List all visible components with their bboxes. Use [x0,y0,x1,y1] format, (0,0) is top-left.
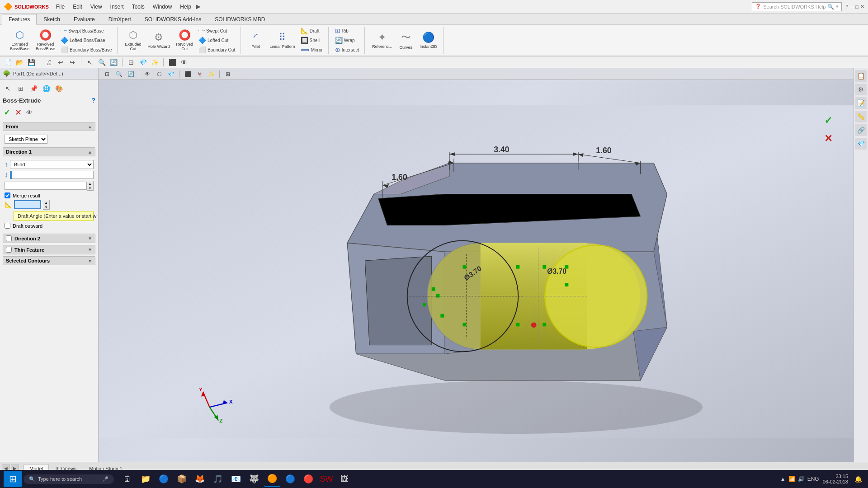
revolved-cut-btn[interactable]: ⭕ Revolved Cut [174,28,196,52]
menu-file[interactable]: File [52,3,68,11]
from-section-header[interactable]: From ▲ [3,122,95,131]
extruded-boss-btn[interactable]: ⬡ Extruded Boss/Base [7,28,32,52]
menu-edit[interactable]: Edit [69,3,86,11]
direction2-checkbox[interactable] [6,235,12,241]
new-btn[interactable]: 📄 [3,57,13,67]
vp-wireframe-btn[interactable]: ⬡ [154,70,164,79]
instant3d-btn[interactable]: 🔵 Instant3D [417,31,440,50]
depth-spin-up[interactable]: ▲ [87,181,93,186]
render-btn[interactable]: ✨ [150,57,160,67]
chrome-btn[interactable]: 🟠 [264,471,280,487]
panel-cancel-btn[interactable]: ✕ [14,107,23,118]
notification-btn[interactable]: 🔔 [852,473,864,485]
curves-btn[interactable]: 〜 Curves [396,30,416,51]
direction1-section-header[interactable]: Direction 1 ▲ [3,147,95,156]
draft-outward-checkbox[interactable] [5,223,10,229]
boundary-boss-btn[interactable]: ⬜ Boundary Boss/Base [59,45,113,54]
selected-contours-section-header[interactable]: Selected Contours ▼ [3,256,95,265]
file-explorer-btn[interactable]: 📁 [137,471,154,487]
vp-section-btn[interactable]: ⬛ [183,70,193,79]
rp-config-btn[interactable]: ⚙ [855,84,867,95]
extruded-cut-btn[interactable]: ⬡ Extruded Cut [122,28,144,52]
fillet-btn[interactable]: ◜ Fillet [245,31,266,50]
depth-value-input[interactable]: 7.50cm [5,182,87,190]
revolved-boss-btn[interactable]: ⭕ Revolved Boss/Base [33,28,58,52]
app3-btn[interactable]: 🔴 [300,471,316,487]
tab-sketch[interactable]: Sketch [37,14,67,24]
app1-btn[interactable]: 🐺 [246,471,262,487]
mail-btn[interactable]: 📧 [228,471,244,487]
rp-dim-btn[interactable]: 📏 [855,111,867,122]
rp-ref-btn[interactable]: 🔗 [855,124,867,136]
from-select[interactable]: Sketch Plane [5,135,47,144]
app2-btn[interactable]: 🔵 [282,471,298,487]
menu-insert[interactable]: Insert [107,3,127,11]
music-btn[interactable]: 🎵 [210,471,226,487]
display-btn[interactable]: 💎 [138,57,148,67]
draft-angle-input[interactable]: 1.00deg [14,200,41,209]
draft-angle-spin-down[interactable]: ▼ [43,205,49,209]
taskbar-search[interactable]: 🔍 Type here to search 🎤 [24,474,114,484]
taskbar-time[interactable]: 23:15 06-02-2018 [823,474,848,484]
swept-cut-btn[interactable]: 〰 Swept Cut [197,26,237,35]
tab-features[interactable]: Features [2,14,37,25]
task-view-btn[interactable]: 🗓 [119,471,136,487]
tray-up-arrow[interactable]: ▲ [780,476,786,482]
menu-tools[interactable]: Tools [128,3,148,11]
vp-display-pane-btn[interactable]: ⊞ [223,70,233,79]
swept-boss-btn[interactable]: 〰 Swept Boss/Base [59,26,113,35]
rp-property-btn[interactable]: 📋 [855,70,867,82]
firefox-btn[interactable]: 🦊 [192,471,208,487]
vp-hide-btn[interactable]: 👻 [194,70,204,79]
lofted-boss-btn[interactable]: 🔷 Lofted Boss/Base [59,36,113,45]
vp-zoom-btn[interactable]: 🔍 [114,70,124,79]
direction1-type-select[interactable]: Blind [10,160,94,169]
vp-standard-view-btn[interactable]: 👁 [142,70,152,79]
color-icon-btn[interactable]: 🎨 [53,83,64,94]
zoom-btn[interactable]: 🔍 [97,57,107,67]
panel-preview-btn[interactable]: 👁 [25,107,33,118]
open-btn[interactable]: 📂 [14,57,24,67]
photos-btn[interactable]: 🖼 [336,471,353,487]
rotate-btn[interactable]: 🔄 [108,57,118,67]
wrap-btn[interactable]: 🔄 Wrap [333,36,361,45]
reference-btn[interactable]: ✦ Referenc... [369,31,395,50]
help-btn[interactable]: ? [845,4,848,9]
hole-wizard-btn[interactable]: ⚙ Hole Wizard [145,31,172,50]
rp-custom-btn[interactable]: 📝 [855,97,867,109]
hide-btn[interactable]: 👁 [179,57,189,67]
linear-pattern-btn[interactable]: ⠿ Linear Pattern [267,31,298,50]
table-icon-btn[interactable]: ⊞ [15,83,26,94]
panel-ok-btn[interactable]: ✓ [3,107,11,118]
shell-btn[interactable]: 🔲 Shell [299,36,325,45]
rib-btn[interactable]: ⊞ Rib [333,26,361,35]
rp-materials-btn[interactable]: 💎 [855,138,867,150]
close-btn[interactable]: ✕ [860,4,864,9]
start-button[interactable]: ⊞ [4,471,22,487]
thin-feature-checkbox[interactable] [6,247,12,253]
restore-btn[interactable]: □ [855,4,859,9]
vp-appearance-btn[interactable]: ✨ [206,70,216,79]
menu-view[interactable]: View [87,3,106,11]
global-cancel-btn[interactable]: ✕ [821,131,835,146]
panel-help-icon[interactable]: ? [91,97,95,104]
minimize-btn[interactable]: ─ [850,4,854,9]
merge-result-checkbox[interactable] [5,192,10,198]
print-btn[interactable]: 🖨 [44,57,54,67]
globe-icon-btn[interactable]: 🌐 [41,83,52,94]
menu-arrow[interactable]: ▶ [196,3,201,11]
vp-rotate-btn[interactable]: 🔄 [126,70,136,79]
tab-addins[interactable]: SOLIDWORKS Add-Ins [138,14,208,24]
vp-shaded-btn[interactable]: 💎 [166,70,176,79]
vp-zoom-fit-btn[interactable]: ⊡ [102,70,112,79]
tab-evaluate[interactable]: Evaluate [67,14,102,24]
undo-btn[interactable]: ↩ [56,57,66,67]
lofted-cut-btn[interactable]: 🔷 Lofted Cut [197,36,237,45]
save-btn[interactable]: 💾 [26,57,36,67]
depth-spin-down[interactable]: ▼ [87,186,93,190]
menu-window[interactable]: Window [149,3,176,11]
global-ok-btn[interactable]: ✓ [821,113,835,128]
edge-btn[interactable]: 🔵 [156,471,172,487]
boundary-cut-btn[interactable]: ⬜ Boundary Cut [197,45,237,54]
pin-icon-btn[interactable]: 📌 [28,83,39,94]
